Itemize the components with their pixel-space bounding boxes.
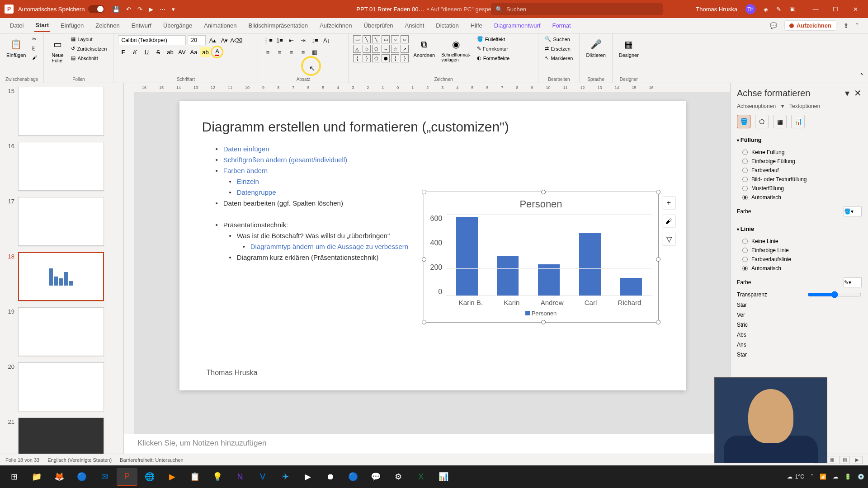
dictate-button[interactable]: 🎤 Diktieren <box>584 35 607 60</box>
battery-icon[interactable]: 🔋 <box>844 474 851 480</box>
window-icon[interactable]: ▣ <box>789 6 795 13</box>
fill-option-auto[interactable]: Automatisch <box>742 193 862 202</box>
tab-entwurf[interactable]: Entwurf <box>131 19 152 32</box>
app-icon-3[interactable]: 💡 <box>207 468 228 486</box>
autosave-toggle[interactable] <box>88 5 104 13</box>
tab-hilfe[interactable]: Hilfe <box>470 19 483 32</box>
section-button[interactable]: ▤Abschnitt <box>69 54 108 62</box>
maximize-button[interactable]: ☐ <box>827 3 844 15</box>
chart-bar[interactable] <box>538 264 560 296</box>
line-option-auto[interactable]: Automatisch <box>742 264 862 273</box>
tab-start[interactable]: Start <box>34 19 50 32</box>
thumbnail-panel[interactable]: 15 16 17 18 19 20 21 22 23 <box>0 83 124 454</box>
line-option-solid[interactable]: Einfarbige Linie <box>742 246 862 255</box>
fill-button[interactable]: 🪣Fülleffekt <box>475 35 512 43</box>
copy-button[interactable]: ⎘ <box>30 45 39 52</box>
slide-author[interactable]: Thomas Hruska <box>207 369 258 377</box>
firefox-icon[interactable]: 🦊 <box>49 468 70 486</box>
numbering-icon[interactable]: 1≡ <box>274 35 284 45</box>
tab-bildschirmpraesentation[interactable]: Bildschirmpräsentation <box>247 19 309 32</box>
chart-bar[interactable] <box>579 233 601 296</box>
line-section-header[interactable]: Linie <box>737 224 862 234</box>
start-button[interactable]: ⊞ <box>4 468 24 486</box>
tab-ueberpruefen[interactable]: Überprüfen <box>363 19 394 32</box>
reset-button[interactable]: ↺Zurücksetzen <box>69 45 108 52</box>
chart-bar[interactable] <box>456 217 478 296</box>
settings-icon[interactable]: ⚙ <box>388 468 409 486</box>
bullets-icon[interactable]: ⋮≡ <box>263 35 273 45</box>
onenote-icon[interactable]: N <box>230 468 250 486</box>
sorter-view-icon[interactable]: ▦ <box>826 456 837 464</box>
fill-option-picture[interactable]: Bild- oder Texturfüllung <box>742 175 862 184</box>
line-spacing-icon[interactable]: ↕≡ <box>310 35 320 45</box>
align-center-icon[interactable]: ≡ <box>274 47 284 57</box>
line-color-picker[interactable]: ✎▾ <box>844 277 862 287</box>
tab-dictation[interactable]: Dictation <box>435 19 460 32</box>
layout-button[interactable]: ▦Layout <box>69 35 108 43</box>
tab-einfuegen[interactable]: Einfügen <box>60 19 85 32</box>
shapes-gallery[interactable]: ▭╲╲▭○▱ △◇⬡→☆↗ {}⬠⬢{} <box>353 35 409 62</box>
clear-format-icon[interactable]: A⌫ <box>231 35 241 45</box>
tab-animationen[interactable]: Animationen <box>203 19 237 32</box>
size-tab-icon[interactable]: ▦ <box>773 115 787 128</box>
chart-bar[interactable] <box>497 256 519 296</box>
comments-icon[interactable]: 💬 <box>770 22 777 29</box>
find-button[interactable]: 🔍Suchen <box>543 35 575 43</box>
vlc-icon[interactable]: ▶ <box>162 468 183 486</box>
slide-thumb-18[interactable] <box>18 252 104 301</box>
slide-title[interactable]: Diagramm erstellen und formatieren („cus… <box>202 119 663 135</box>
chart-y-axis[interactable]: 600 400 200 0 <box>430 215 446 296</box>
slide-thumb-19[interactable] <box>18 307 104 356</box>
tab-uebergaenge[interactable]: Übergänge <box>162 19 193 32</box>
excel-icon[interactable]: X <box>410 468 431 486</box>
language-indicator[interactable]: Englisch (Vereinigte Staaten) <box>47 457 112 463</box>
fill-option-none[interactable]: Keine Füllung <box>742 148 862 157</box>
indent-left-icon[interactable]: ⇤ <box>286 35 296 45</box>
slide-thumb-17[interactable] <box>18 197 104 246</box>
powerpoint-icon[interactable]: P <box>117 468 137 486</box>
tab-datei[interactable]: Datei <box>9 19 24 32</box>
slide-counter[interactable]: Folie 18 von 33 <box>5 457 39 463</box>
app-icon-1[interactable]: 🌐 <box>139 468 160 486</box>
justify-icon[interactable]: ≡ <box>298 47 308 57</box>
outline-button[interactable]: ✎Formkontur <box>475 45 512 52</box>
replace-button[interactable]: ⇄Ersetzen <box>543 45 575 52</box>
cut-button[interactable]: ✂ <box>30 35 39 43</box>
app-icon-4[interactable]: V <box>252 468 273 486</box>
obs-icon[interactable]: ⏺ <box>320 468 341 486</box>
slide-thumb-15[interactable] <box>18 87 104 136</box>
effects-button[interactable]: ◐Formeffekte <box>475 54 512 62</box>
chart-title[interactable]: Personen <box>430 198 652 210</box>
chrome-icon[interactable]: 🔵 <box>71 468 92 486</box>
explorer-icon[interactable]: 📁 <box>26 468 47 486</box>
panel-close-icon[interactable]: ✕ <box>854 88 862 99</box>
slide-thumb-16[interactable] <box>18 142 104 191</box>
app-icon-6[interactable]: 🔵 <box>343 468 363 486</box>
close-button[interactable]: ✕ <box>847 3 863 15</box>
align-left-icon[interactable]: ≡ <box>263 47 273 57</box>
telegram-icon[interactable]: ✈ <box>275 468 296 486</box>
redo-icon[interactable]: ↷ <box>137 6 142 13</box>
line-option-none[interactable]: Keine Linie <box>742 237 862 246</box>
columns-icon[interactable]: ▥ <box>310 47 320 57</box>
chart-bar[interactable] <box>620 278 642 296</box>
share-icon[interactable]: ⇪ <box>844 22 849 29</box>
record-button[interactable]: Aufzeichnen <box>784 20 836 31</box>
fill-option-gradient[interactable]: Farbverlauf <box>742 166 862 175</box>
chart-x-axis[interactable]: Karin B. Karin Andrew Carl Richard <box>430 299 652 306</box>
tab-zeichnen[interactable]: Zeichnen <box>94 19 120 32</box>
fill-color-picker[interactable]: 🪣▾ <box>844 206 862 216</box>
undo-icon[interactable]: ↶ <box>126 6 131 13</box>
tab-diagrammentwurf[interactable]: Diagrammentwurf <box>493 19 542 32</box>
outlook-icon[interactable]: ✉ <box>94 468 115 486</box>
accessibility-check[interactable]: Barrierefreiheit: Untersuchen <box>120 457 184 463</box>
slide-canvas[interactable]: Diagramm erstellen und formatieren („cus… <box>135 92 730 434</box>
axis-tab-icon[interactable]: 📊 <box>791 115 805 128</box>
network-icon[interactable]: 📶 <box>820 474 826 480</box>
save-icon[interactable]: 💾 <box>113 6 120 13</box>
arrange-button[interactable]: ⧉ Anordnen <box>411 35 437 60</box>
underline-icon[interactable]: U <box>142 47 151 57</box>
panel-dropdown-icon[interactable]: ▾ <box>845 88 849 99</box>
sort-icon[interactable]: A↓ <box>321 35 331 45</box>
tab-ansicht[interactable]: Ansicht <box>404 19 425 32</box>
